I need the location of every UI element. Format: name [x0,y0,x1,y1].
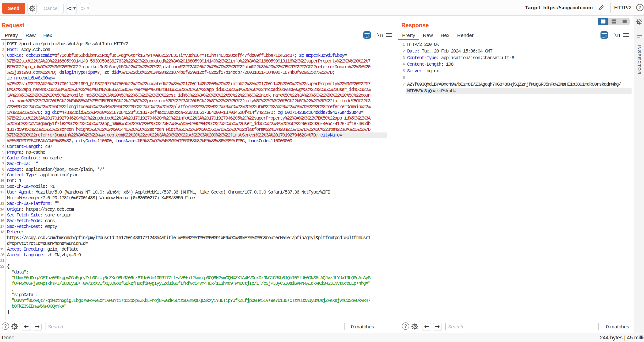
tab-raw[interactable]: Raw [419,31,437,40]
code-row[interactable]: 9Content-Type: application/json [0,172,398,178]
code-row[interactable]: 10Dnt: 1 [0,178,398,184]
code-row[interactable]: %7B%22sid%22%3A%201701927946204%2C%22upd… [0,116,398,121]
tab-render[interactable]: Render [453,31,478,40]
forward-icon[interactable]: > [80,3,86,13]
word-wrap-toggle-icon[interactable] [600,31,608,39]
code-row[interactable]: 13Sec-Ch-Ua-Platform: "" [0,201,398,207]
code-row[interactable]: 2Date: Tue, 20 Feb 2024 15:36:04 GMT [398,48,634,55]
code-row[interactable]: 3A%20%22%22%7D; zg_did=%7B%22did%22%3A%2… [0,110,398,116]
code-row[interactable]: B%5C%22app_id%5C%22%3A%20%5C%22mcpcxkuz9… [0,64,398,70]
code-row[interactable]: 19Accept-Encoding: gzip, deflate [0,247,398,252]
send-button[interactable]: Send [2,3,25,14]
code-row[interactable]: %7B%22sid%22%3A%20%221680599914149_56309… [0,58,398,64]
code-row[interactable]: 15Sec-Fetch-Site: same-origin [0,212,398,218]
history-back-button[interactable]: < ▼ [66,3,77,14]
show-newlines-toggle-icon[interactable]: \n [614,32,620,38]
inspector-settings-icon[interactable] [636,18,643,25]
code-row[interactable]: 2Host: scqy.ccb.com [0,47,398,53]
search-settings-icon[interactable] [411,323,419,330]
search-help-icon[interactable]: ? [402,323,409,330]
search-previous-button[interactable]: ← [422,323,431,331]
code-row[interactable]: 17Sec-Fetch-Dest: empty [0,224,398,230]
request-editor[interactable]: 1POST /prod-api/public/bussAct/getBussAc… [0,40,398,320]
code-row[interactable]: 4Content-Length: 497 [0,144,398,150]
code-row[interactable]: 11Sec-Ch-Ua-Mobile: ?1 [0,184,398,189]
search-input[interactable] [45,323,345,330]
code-row[interactable]: 7AZYf09JQhd1BYA0nc49W/bEzm8I/Z3Ageqh7HG8… [398,81,634,88]
layout-single-button[interactable] [619,18,630,25]
code-row[interactable]: fUPR6h06Pj9ewpTkksPJ/2uDUySD+T0A/zxXVIfX… [0,281,398,286]
code-row[interactable]: "signData": [0,292,398,298]
code-row[interactable]: 5Server: nginx [398,68,634,74]
code-row[interactable]: B%5C%22app_name%5C%22%3A%20%5C%22%E5%BB%… [0,87,398,93]
back-dropdown-caret[interactable]: ▼ [72,3,76,13]
code-row[interactable]: %20%5C%22ccvcag5mqy1f7ie2%5C%22%2C%5C%22… [0,121,398,127]
code-row[interactable]: 14Origin: https://scqy.ccb.com [0,207,398,212]
code-row[interactable]: %22just998.com%22%7D; dsloginTypeTips=7;… [0,70,398,75]
layout-columns-button[interactable] [598,18,608,25]
tab-pretty[interactable]: Pretty [1,31,22,40]
editor-menu-icon[interactable] [623,33,629,37]
code-row[interactable]: "D3vnMf0CovQt/7qiWDtnGgigJLbgD+WFoFWEcr1… [0,298,398,304]
code-row[interactable]: 18Referer: [0,229,398,235]
search-next-button[interactable]: → [433,323,442,331]
layout-rows-button[interactable] [608,18,619,25]
code-row[interactable]: 16Sec-Fetch-Mode: cors [0,218,398,224]
code-row[interactable]: b0FkZ3SIEnwW6Nw0GQxYk=" [0,304,398,309]
code-row[interactable]: 1POST /prod-api/public/bussAct/getBussAc… [0,41,398,47]
inspector-label[interactable]: INSPECTOR [636,45,642,75]
tab-pretty[interactable]: Pretty [398,31,419,40]
response-editor[interactable]: 1HTTP/2 200 OK2Date: Tue, 20 Feb 2024 15… [398,40,634,320]
code-row[interactable]: %7B%22sid%22%3A%20%221700114251999_51937… [0,81,398,87]
request-settings-button[interactable] [28,3,36,14]
search-settings-icon[interactable] [11,323,19,330]
inspector-sidebar[interactable]: INSPECTOR [634,15,644,333]
code-row[interactable]: d=&prvtCtrctId=&usrPhone=&unionId= [0,241,398,247]
help-icon[interactable]: ? [636,4,644,11]
word-wrap-toggle-icon[interactable] [363,31,371,39]
tab-hex[interactable]: Hex [437,31,453,40]
code-row[interactable]: "data": [0,269,398,275]
forward-dropdown-caret[interactable]: ▼ [86,3,90,13]
code-row[interactable]: 22{ [0,264,398,269]
tab-raw[interactable]: Raw [22,31,40,40]
code-row[interactable]: "UJmxE0dDoq/GEThz0ERkgpwGGhEqryZsb0Gzcj0… [0,275,398,281]
code-row[interactable]: 4Content-Length: 108 [398,61,634,68]
search-next-button[interactable]: → [33,323,42,331]
code-row[interactable]: zc_nmccadi6bv8x90wg= [0,75,398,81]
code-row[interactable]: , [0,286,398,292]
back-icon[interactable]: < [66,3,72,13]
history-forward-button[interactable]: > ▼ [80,3,90,14]
line-number [0,133,6,138]
code-row[interactable]: 20Accept-Language: zh-CN,zh;q=0.9 [0,252,398,258]
tab-hex[interactable]: Hex [40,31,56,40]
show-newlines-toggle-icon[interactable]: \n [377,32,383,38]
code-row[interactable]: } [0,309,398,315]
editor-menu-icon[interactable] [386,33,392,37]
search-input[interactable] [445,323,598,330]
code-row[interactable]: A%20%5C%22%5C%22%2C%5C%22longitude%5C%22… [0,104,398,110]
search-help-icon[interactable]: ? [2,323,9,330]
cancel-button[interactable]: Cancel [39,3,64,14]
code-row[interactable]: 5Pragma: no-cache [0,150,398,155]
code-row[interactable]: 6Cache-Control: no-cache [0,155,398,161]
code-row[interactable]: 3Content-Type: application/json;charset=… [398,55,634,61]
code-row[interactable]: 8Accept: application/json, text/plain, *… [0,167,398,172]
code-row[interactable]: try_name%5C%22%3A%20%5C%22%E4%B8%AD%E5%9… [0,98,398,104]
code-row[interactable]: NFD5V9e3jQoakmPskuU= [398,88,634,95]
code-row[interactable]: 1317b59%5C%22%2C%5C%22screen_height%5C%2… [0,127,398,133]
code-row[interactable]: 1HTTP/2 200 OK [398,41,634,48]
edit-target-button[interactable] [597,4,605,11]
code-row[interactable]: %7D%22%2C%22referrerDomain%22%3A%20%22ww… [0,133,398,138]
code-row[interactable]: MicroMessenger/7.0.20.1781(0x6700143B) W… [0,195,398,201]
code-row[interactable]: 12User-Agent: Mozilla/5.0 (Windows NT 10… [0,189,398,195]
code-row[interactable]: 7Sec-Ch-Ua: "" [0,161,398,167]
code-row[interactable]: 6 [398,74,634,81]
code-row[interactable]: https://scqy.ccb.com/hmscmob/pfin/gmyl?b… [0,235,398,241]
search-previous-button[interactable]: ← [22,323,31,331]
code-row[interactable]: 3Cookie: ccbcustomid=bf70c8bf0e52bd0bmnZ… [0,53,398,58]
code-row[interactable]: %E5%8C%97%E4%BA%AC%E5%B8%82; cityCode=11… [0,138,398,144]
code-row[interactable]: 3A%20%5C%22%5C%22%2C%5C%22mobile_no%5C%2… [0,93,398,98]
code-row[interactable]: 21 [0,258,398,264]
inspector-collapse-icon[interactable] [636,34,642,40]
